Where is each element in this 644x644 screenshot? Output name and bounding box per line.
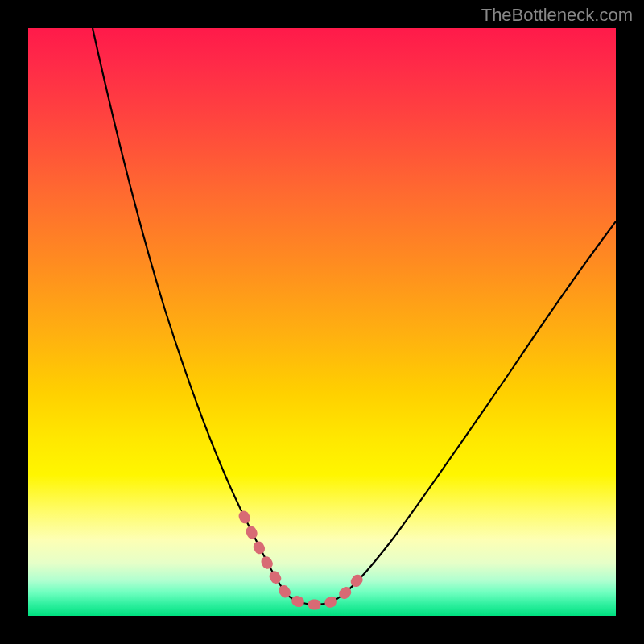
curve-path	[93, 28, 616, 605]
highlight-segment	[244, 516, 358, 605]
plot-area	[28, 28, 616, 616]
bottleneck-curve	[28, 28, 616, 616]
chart-container: TheBottleneck.com	[0, 0, 644, 644]
watermark-text: TheBottleneck.com	[481, 5, 633, 26]
